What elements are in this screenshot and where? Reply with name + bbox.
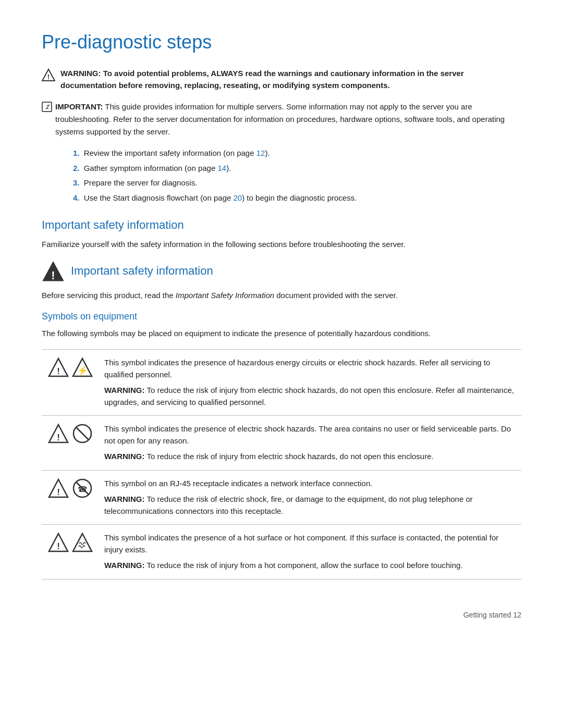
important-icon: 𝓘 xyxy=(42,102,52,112)
svg-text:!: ! xyxy=(57,541,60,551)
symbol-row-3: ! ☎ This symbol on an RJ-45 receptacle i… xyxy=(42,470,521,525)
warning-triangle-big-icon: ! xyxy=(42,260,65,283)
no-service-icon xyxy=(72,423,93,444)
svg-text:!: ! xyxy=(57,433,60,442)
hazard-warning-icon-2: ! xyxy=(48,423,69,444)
symbol-row-2: ! This symbol indicates the presence of … xyxy=(42,416,521,471)
footer: Getting started 12 xyxy=(42,611,521,619)
symbol-icons-cell-4: ! xyxy=(42,525,99,579)
lightning-icon: ⚡ xyxy=(72,357,93,378)
symbol-desc-3: This symbol on an RJ-45 receptacle indic… xyxy=(99,470,521,525)
subsection1-intro: The following symbols may be placed on e… xyxy=(42,327,521,340)
list-item: 3. Prepare the server for diagnosis. xyxy=(73,177,521,189)
page-link-12[interactable]: 12 xyxy=(256,149,265,157)
symbol-desc-1: This symbol indicates the presence of ha… xyxy=(99,350,521,416)
step-num: 2. xyxy=(73,164,80,172)
symbol-row-1: ! ⚡ This symbol indicates the presence o… xyxy=(42,350,521,416)
hot-surface-icon xyxy=(72,532,93,553)
important-text: IMPORTANT: This guide provides informati… xyxy=(55,101,521,138)
svg-text:!: ! xyxy=(51,269,55,282)
page-link-20[interactable]: 20 xyxy=(234,193,242,202)
svg-marker-19 xyxy=(73,534,92,551)
list-item: 1. Review the important safety informati… xyxy=(73,147,521,159)
section2-para: Before servicing this product, read the … xyxy=(42,289,521,302)
section2-heading-block: ! Important safety information xyxy=(42,260,521,283)
page-link-14[interactable]: 14 xyxy=(217,164,226,172)
symbols-table: ! ⚡ This symbol indicates the presence o… xyxy=(42,349,521,579)
section1-para: Familiarize yourself with the safety inf… xyxy=(42,238,521,251)
svg-text:!: ! xyxy=(57,487,60,497)
page-title: Pre-diagnostic steps xyxy=(42,31,521,53)
warning-triangle-icon: ! xyxy=(42,68,55,85)
hazard-warning-icon-3: ! xyxy=(48,478,69,499)
symbol-icons-cell-3: ! ☎ xyxy=(42,470,99,525)
symbol-icons-cell-2: ! xyxy=(42,416,99,471)
svg-line-11 xyxy=(76,427,89,440)
subsection1-title: Symbols on equipment xyxy=(42,311,521,322)
section2-title: Important safety information xyxy=(71,264,213,278)
symbol-icons-cell-1: ! ⚡ xyxy=(42,350,99,416)
warning-block: ! WARNING: To avoid potential problems, … xyxy=(42,68,521,91)
steps-list: 1. Review the important safety informati… xyxy=(73,147,521,204)
hazard-warning-icon: ! xyxy=(48,357,69,378)
svg-text:!: ! xyxy=(57,366,60,376)
step-num: 4. xyxy=(73,193,80,202)
svg-text:⚡: ⚡ xyxy=(77,365,89,376)
no-phone-icon: ☎ xyxy=(72,478,93,499)
step-num: 3. xyxy=(73,178,80,187)
section1-title: Important safety information xyxy=(42,218,521,232)
hazard-warning-icon-4: ! xyxy=(48,532,69,553)
important-block: 𝓘 IMPORTANT: This guide provides informa… xyxy=(42,101,521,138)
symbol-desc-4: This symbol indicates the presence of a … xyxy=(99,525,521,579)
svg-text:!: ! xyxy=(47,73,50,81)
step-num: 1. xyxy=(73,149,80,157)
symbol-row-4: ! This symbol indicates the presence of … xyxy=(42,525,521,579)
warning-text: WARNING: To avoid potential problems, AL… xyxy=(60,68,521,91)
list-item: 4. Use the Start diagnosis flowchart (on… xyxy=(73,192,521,204)
list-item: 2. Gather symptom information (on page 1… xyxy=(73,163,521,175)
symbol-desc-2: This symbol indicates the presence of el… xyxy=(99,416,521,471)
